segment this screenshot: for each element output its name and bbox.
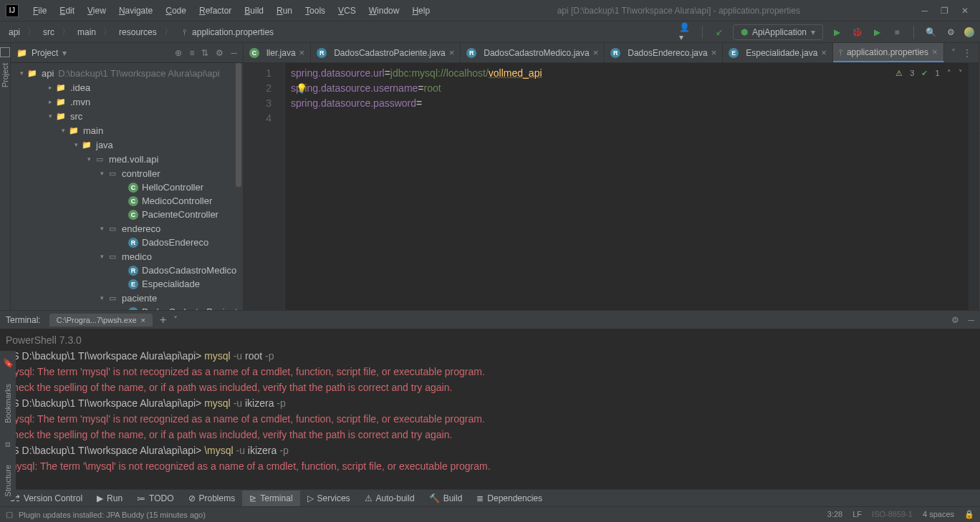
select-file-icon[interactable]: ⊕	[175, 48, 182, 58]
bookmark-icon[interactable]: 🔖	[3, 358, 14, 368]
hide-terminal-icon[interactable]: ─	[968, 315, 974, 325]
bottom-tab-problems[interactable]: ⊘Problems	[181, 490, 243, 506]
bottom-tab-dependencies[interactable]: ≣Dependencies	[469, 490, 549, 506]
editor-tab[interactable]: ⫯application.properties×	[833, 43, 944, 62]
tree-node[interactable]: ▾▭med.voll.api	[11, 152, 243, 166]
terminal-settings-icon[interactable]: ⚙	[951, 315, 959, 325]
tree-node[interactable]: ▾📁main	[11, 123, 243, 137]
tree-node[interactable]: ▸📁.idea	[11, 80, 243, 95]
chevron-up-icon[interactable]: ˄	[947, 66, 951, 81]
line-separator[interactable]: LF	[852, 510, 862, 519]
tree-root[interactable]: ▾ 📁 api D:\backup\1 TI\workspace Alura\a…	[11, 66, 243, 80]
menu-window[interactable]: Window	[363, 3, 405, 19]
status-square-icon[interactable]: ▢	[6, 510, 13, 519]
close-icon[interactable]: ×	[821, 47, 827, 58]
structure-tool-button[interactable]: Structure	[4, 462, 12, 500]
bookmarks-tool-button[interactable]: Bookmarks	[4, 381, 12, 426]
tree-node[interactable]: CHelloController	[11, 180, 243, 194]
project-tree[interactable]: ▾ 📁 api D:\backup\1 TI\workspace Alura\a…	[11, 63, 243, 310]
jpa-buddy-icon[interactable]	[964, 27, 974, 37]
more-icon[interactable]: ⋮	[963, 48, 971, 58]
project-tool-button[interactable]: Project	[1, 60, 9, 90]
settings-icon[interactable]: ⚙	[944, 26, 957, 39]
panel-settings-icon[interactable]: ⚙	[216, 48, 224, 58]
user-icon[interactable]: 👤▾	[679, 26, 692, 39]
close-icon[interactable]: ×	[449, 47, 455, 58]
menu-vcs[interactable]: VCS	[332, 3, 362, 19]
structure-icon[interactable]: ⧈	[5, 439, 11, 449]
tree-node[interactable]: ▸📁.mvn	[11, 95, 243, 109]
tree-node[interactable]: ▾▭paciente	[11, 291, 243, 305]
coverage-button[interactable]: ▶	[870, 26, 883, 39]
bottom-tab-todo[interactable]: ≔TODO	[130, 490, 181, 506]
tree-node[interactable]: EEspecialidade	[11, 277, 243, 291]
tree-node[interactable]: CMedicoController	[11, 194, 243, 208]
cursor-position[interactable]: 3:28	[827, 510, 842, 519]
readonly-lock-icon[interactable]: 🔒	[964, 510, 974, 519]
terminal-tab[interactable]: C:\Progra...7\pwsh.exe×	[49, 314, 153, 327]
breadcrumb-item[interactable]: resources	[116, 26, 160, 39]
tree-node[interactable]: ▾▭controller	[11, 166, 243, 180]
chevron-down-icon[interactable]: ˅	[951, 48, 956, 58]
scrollbar[interactable]	[236, 63, 241, 187]
breadcrumb-item[interactable]: main	[75, 26, 99, 39]
stop-button[interactable]: ■	[890, 26, 903, 39]
menu-file[interactable]: File	[27, 3, 52, 19]
indent-widget[interactable]: 4 spaces	[923, 510, 954, 519]
editor-tab[interactable]: RDadosEndereco.java×	[605, 43, 723, 62]
chevron-down-icon[interactable]: ˅	[959, 66, 963, 81]
editor-tab[interactable]: Cller.java×	[244, 43, 311, 62]
search-icon[interactable]: 🔍	[924, 26, 937, 39]
terminal-body[interactable]: PowerShell 7.3.0PS D:\backup\1 TI\worksp…	[0, 329, 980, 489]
editor-tab[interactable]: RDadosCadastroMedico.java×	[461, 43, 605, 62]
file-encoding[interactable]: ISO-8859-1	[872, 510, 913, 519]
breadcrumb-item[interactable]: ⫯ application.properties	[177, 26, 277, 39]
bottom-tab-build[interactable]: 🔨Build	[422, 490, 470, 506]
debug-button[interactable]: 🐞	[850, 26, 863, 39]
close-icon[interactable]: ×	[932, 47, 938, 57]
new-tab-button[interactable]: +	[160, 314, 166, 327]
close-icon[interactable]: ×	[593, 47, 599, 58]
tree-node[interactable]: CPacienteController	[11, 208, 243, 221]
code-content[interactable]: ⚠3 ✔1 ˄ ˅ spring.datasource.url=jdbc:mys…	[285, 63, 969, 310]
menu-run[interactable]: Run	[271, 3, 298, 19]
bottom-tab-run[interactable]: ▶Run	[90, 490, 130, 506]
tree-node[interactable]: ▾▭medico	[11, 249, 243, 264]
tree-node[interactable]: RDadosEndereco	[11, 236, 243, 249]
minimize-button[interactable]: ─	[921, 6, 928, 16]
close-icon[interactable]: ×	[711, 47, 717, 58]
close-icon[interactable]: ×	[141, 316, 145, 324]
close-icon[interactable]: ×	[299, 47, 305, 58]
expand-all-icon[interactable]: ≡	[189, 48, 194, 58]
menu-navigate[interactable]: Navigate	[113, 3, 158, 19]
maximize-button[interactable]: ❐	[941, 6, 948, 16]
bottom-tab-version-control[interactable]: ⎇Version Control	[3, 490, 90, 506]
tree-node[interactable]: ▾▭endereco	[11, 221, 243, 236]
tree-node[interactable]: RDadosCadastroMedico	[11, 264, 243, 277]
bottom-tab-auto-build[interactable]: ⚠Auto-build	[357, 490, 422, 506]
menu-tools[interactable]: Tools	[299, 3, 331, 19]
close-button[interactable]: ✕	[961, 6, 969, 16]
code-editor[interactable]: 1234 ⚠3 ✔1 ˄ ˅ spring.datasource.url=jdb…	[244, 63, 979, 310]
menu-view[interactable]: View	[82, 3, 112, 19]
run-button[interactable]: ▶	[830, 26, 843, 39]
menu-code[interactable]: Code	[160, 3, 192, 19]
breadcrumb-item[interactable]: api	[6, 26, 23, 39]
inspections-widget[interactable]: ⚠3 ✔1 ˄ ˅	[895, 66, 962, 81]
menu-build[interactable]: Build	[239, 3, 269, 19]
menu-help[interactable]: Help	[406, 3, 436, 19]
collapse-all-icon[interactable]: ⇅	[201, 48, 208, 58]
tree-node[interactable]: RDadosCadastroPaciente	[11, 305, 243, 310]
menu-refactor[interactable]: Refactor	[193, 3, 237, 19]
vcs-update-icon[interactable]: ↙	[713, 26, 726, 39]
editor-tab[interactable]: EEspecialidade.java×	[723, 43, 833, 62]
bottom-tab-terminal[interactable]: ⊵Terminal	[242, 490, 299, 506]
bottom-tab-services[interactable]: ▷Services	[300, 490, 357, 506]
editor-tab[interactable]: RDadosCadastroPaciente.java×	[311, 43, 461, 62]
tree-node[interactable]: ▾📁java	[11, 137, 243, 152]
breadcrumb-item[interactable]: src	[40, 26, 57, 39]
tree-node[interactable]: ▾📁src	[11, 109, 243, 123]
run-config-selector[interactable]: ⬢ ApiApplication ▾	[733, 24, 823, 40]
intention-bulb-icon[interactable]: 💡	[296, 81, 307, 96]
hide-panel-icon[interactable]: ─	[231, 48, 237, 58]
